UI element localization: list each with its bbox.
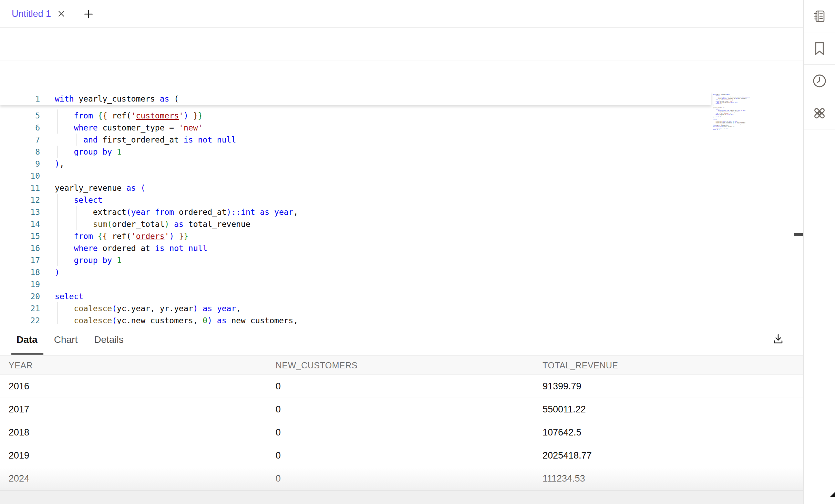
results-tab-data[interactable]: Data	[17, 334, 38, 345]
code-text: yearly_revenue as (	[55, 183, 145, 192]
code-line-15[interactable]: 15 from {{ ref('orders') }}	[0, 230, 804, 242]
code-text: select	[55, 196, 102, 204]
code-line-17[interactable]: 17 group by 1	[0, 254, 804, 266]
tab-label: Untitled 1	[12, 9, 51, 19]
tab-bar: Untitled 1	[0, 0, 804, 28]
line-number: 17	[0, 256, 40, 265]
cell: 111234.53	[543, 467, 585, 490]
cell: 2016	[9, 375, 29, 398]
cell: 107642.5	[543, 421, 581, 444]
line-number: 9	[0, 159, 40, 168]
cell: 2018	[9, 421, 29, 444]
line-number: 5	[0, 111, 40, 120]
rail-item-history[interactable]	[804, 65, 835, 97]
rail-item-bookmarks[interactable]	[804, 32, 835, 65]
tab-close-icon[interactable]	[57, 10, 65, 18]
code-line-11[interactable]: 11yearly_revenue as (	[0, 182, 804, 194]
line-number: 15	[0, 232, 40, 241]
table-row: 2016091399.79	[0, 375, 804, 398]
cell: 2017	[9, 398, 29, 421]
code-line-5[interactable]: 5 from {{ ref('customers') }}	[0, 109, 804, 122]
sql-editor[interactable]: 5 from {{ ref('customers') }}6 where cus…	[0, 92, 804, 324]
code-line-10[interactable]: 10	[0, 170, 804, 182]
table-row: 20180107642.5	[0, 421, 804, 444]
status-row: Query completed in 4s Environment: PROD	[0, 61, 804, 92]
line-number: 18	[0, 268, 40, 277]
code-text: where ordered_at is not null	[55, 244, 207, 253]
line-number: 22	[0, 316, 40, 325]
tab-untitled-1[interactable]: Untitled 1	[0, 0, 76, 28]
line-number: 14	[0, 220, 40, 229]
bookmark-icon	[813, 41, 826, 56]
cell: 0	[276, 398, 281, 421]
history-icon	[812, 74, 827, 88]
code-text: from {{ ref('orders') }}	[55, 232, 188, 241]
editor-scrollbar-track[interactable]	[793, 92, 804, 324]
code-line-18[interactable]: 18)	[0, 266, 804, 278]
line-number: 7	[0, 135, 40, 144]
column-header-new_customers: NEW_CUSTOMERS	[276, 356, 358, 375]
cell: 0	[276, 467, 281, 490]
code-line-7[interactable]: 7 and first_ordered_at is not null	[0, 134, 804, 146]
table-body: 2016091399.7920170550011.2220180107642.5…	[0, 375, 804, 490]
cell: 91399.79	[543, 375, 581, 398]
sticky-line-1[interactable]: 1with yearly_customers as (	[0, 92, 711, 105]
line-number: 13	[0, 208, 40, 217]
code-line-22[interactable]: 22 coalesce(yc.new_customers, 0) as new_…	[0, 314, 804, 324]
table-row: 201902025418.77	[0, 444, 804, 467]
window-resize-handle[interactable]	[830, 492, 835, 497]
editor-minimap[interactable]: with yearly_customers as ( select extrac…	[713, 94, 755, 133]
line-number: 8	[0, 147, 40, 156]
column-header-total_revenue: TOTAL_REVENUE	[543, 356, 618, 375]
results-tab-chart[interactable]: Chart	[54, 334, 78, 345]
code-line-20[interactable]: 20select	[0, 290, 804, 302]
code-text: group by 1	[55, 256, 122, 265]
table-header-row: YEARNEW_CUSTOMERSTOTAL_REVENUE	[0, 355, 804, 375]
editor-scrollbar-thumb[interactable]	[794, 233, 803, 236]
rail-item-notebook[interactable]	[804, 0, 835, 32]
new-tab-button[interactable]	[83, 8, 94, 20]
cell: 2025418.77	[543, 444, 592, 467]
cell: 550011.22	[543, 398, 586, 421]
code-text: )	[55, 268, 60, 277]
code-text: where customer_type = 'new'	[55, 123, 203, 132]
code-line-12[interactable]: 12 select	[0, 194, 804, 206]
notebook-icon	[813, 9, 826, 23]
code-text: sum(order_total) as total_revenue	[55, 220, 250, 229]
horizontal-scrollbar-track[interactable]	[0, 490, 804, 504]
results-panel: DataChartDetails YEARNEW_CUSTOMERSTOTAL_…	[0, 324, 804, 504]
code-text: coalesce(yc.new_customers, 0) as new_cus…	[55, 316, 298, 325]
code-text: from {{ ref('customers') }}	[55, 111, 203, 120]
table-row: 20170550011.22	[0, 398, 804, 421]
line-number: 12	[0, 196, 40, 204]
cell: 0	[276, 421, 281, 444]
code-line-19[interactable]: 19	[0, 278, 804, 290]
cell: 2024	[9, 467, 29, 490]
line-number: 6	[0, 123, 40, 132]
cell: 2019	[9, 444, 29, 467]
line-number: 20	[0, 292, 40, 301]
results-tab-details[interactable]: Details	[94, 334, 124, 345]
cell: 0	[276, 375, 281, 398]
code-text: coalesce(yc.year, yr.year) as year,	[55, 304, 241, 313]
code-text: ),	[55, 159, 64, 168]
code-line-6[interactable]: 6 where customer_type = 'new'	[0, 122, 804, 134]
code-text: with yearly_customers as (	[55, 94, 179, 103]
lineage-icon	[812, 106, 827, 121]
code-line-16[interactable]: 16 where ordered_at is not null	[0, 242, 804, 254]
download-results-button[interactable]	[770, 330, 787, 348]
code-line-13[interactable]: 13 extract(year from ordered_at)::int as…	[0, 206, 804, 218]
line-number: 16	[0, 244, 40, 253]
column-header-year: YEAR	[9, 356, 33, 375]
app-window: Untitled 1 Develop Run Query completed i…	[0, 0, 835, 504]
code-line-8[interactable]: 8 group by 1	[0, 146, 804, 158]
code-line-21[interactable]: 21 coalesce(yc.year, yr.year) as year,	[0, 302, 804, 314]
line-number: 10	[0, 171, 40, 180]
code-line-14[interactable]: 14 sum(order_total) as total_revenue	[0, 218, 804, 230]
line-number: 1	[0, 94, 40, 103]
rail-item-lineage[interactable]	[804, 97, 835, 129]
table-row: 20240111234.53	[0, 467, 804, 490]
code-line-9[interactable]: 9),	[0, 158, 804, 170]
cell: 0	[276, 444, 281, 467]
toolbar: Develop Run	[0, 28, 804, 61]
